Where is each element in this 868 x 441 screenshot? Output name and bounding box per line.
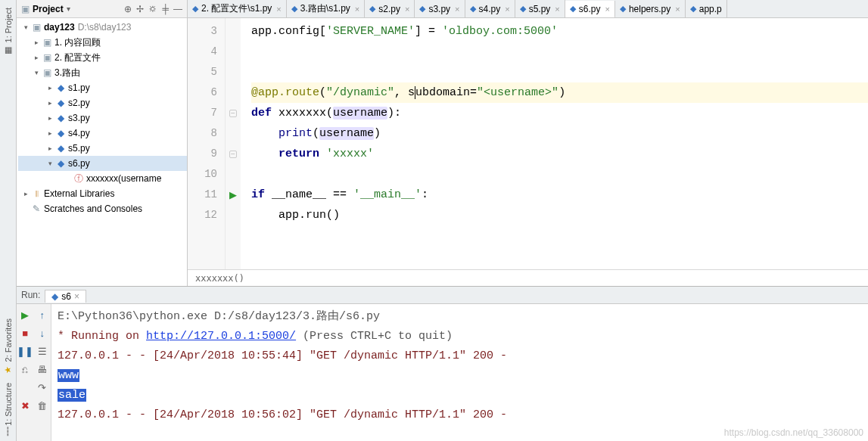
line-number-gutter: 3456789101112 (188, 18, 226, 269)
python-icon: ◆ (470, 4, 476, 14)
project-panel-header: ▣ Project ▾ ⊕ ✢ ⛭ ╪ — (17, 0, 187, 18)
tree-function[interactable]: ⓕxxxxxxx(username (18, 171, 187, 186)
tree-folder[interactable]: ▸▣2. 配置文件 (18, 50, 187, 65)
tree-file[interactable]: ▸◆s1.py (18, 80, 187, 95)
pause-button[interactable]: ❚❚ (17, 342, 34, 360)
close-icon[interactable]: × (603, 5, 609, 14)
editor-body[interactable]: 3456789101112 − − ▶ app.config['SERVER_N… (188, 18, 868, 269)
python-icon: ◆ (192, 4, 198, 14)
close-icon[interactable]: × (275, 5, 281, 14)
close-icon[interactable]: × (553, 5, 559, 14)
minimize-icon[interactable]: — (173, 4, 182, 14)
settings-icon[interactable]: ⛭ (148, 4, 157, 14)
project-tool-tab[interactable]: ▦1: Project (2, 3, 14, 59)
stop-button[interactable]: ■ (17, 324, 34, 342)
project-tree[interactable]: ▾▣ day123 D:\s8\day123 ▸▣1. 内容回顾 ▸▣2. 配置… (17, 18, 187, 286)
console-output: sale (58, 386, 862, 405)
fold-icon[interactable]: − (229, 151, 237, 158)
scroll-from-source-icon[interactable]: ✢ (136, 4, 144, 14)
run-console[interactable]: E:\Python36\python.exe D:/s8/day123/3.路由… (51, 304, 868, 441)
run-panel: Run: ◆ s6 × ▶ ↑ ■ ↓ ❚❚ ☰ ⎌ 🖶 ↷ ✖ 🗑 (17, 286, 868, 441)
console-output: www (58, 366, 862, 386)
tree-scratches[interactable]: ✎Scratches and Consoles (18, 201, 187, 216)
close-icon[interactable]: × (453, 5, 459, 14)
close-icon[interactable]: × (674, 5, 680, 14)
tree-file[interactable]: ▸◆s3.py (18, 110, 187, 126)
scroll-to-end-button[interactable]: ⎌ (17, 360, 34, 378)
run-toolbar: ▶ ↑ ■ ↓ ❚❚ ☰ ⎌ 🖶 ↷ ✖ 🗑 (17, 304, 51, 441)
tree-external-libraries[interactable]: ▸⫴External Libraries (18, 186, 187, 201)
console-command: E:\Python36\python.exe D:/s8/day123/3.路由… (58, 307, 862, 327)
console-line: * Running on (58, 330, 146, 343)
up-stack-button[interactable]: ↑ (34, 306, 51, 324)
watermark: https://blog.csdn.net/qq_33608000 (724, 427, 863, 438)
python-icon: ◆ (520, 4, 526, 14)
left-tool-strip: ▦1: Project ★2: Favorites ┇1: Structure (0, 0, 17, 441)
folder-icon: ▣ (21, 4, 30, 14)
close-icon[interactable]: × (353, 5, 359, 14)
breadcrumb[interactable]: xxxxxxx() (188, 269, 868, 286)
close-icon[interactable]: × (403, 5, 409, 14)
soft-wrap-button[interactable]: ☰ (34, 342, 51, 360)
editor-tab-active[interactable]: ◆s6.py× (565, 1, 615, 18)
code-editor[interactable]: app.config['SERVER_NAME'] = 'oldboy.com:… (241, 18, 868, 269)
python-icon: ◆ (419, 4, 425, 14)
project-panel: ▣ Project ▾ ⊕ ✢ ⛭ ╪ — ▾▣ day123 D:\s8\da… (17, 0, 188, 286)
editor-tab[interactable]: ◆3.路由\s1.py× (287, 0, 365, 17)
close-icon[interactable]: × (503, 5, 509, 14)
python-icon: ◆ (570, 4, 576, 14)
run-gutter: − − ▶ (226, 18, 241, 269)
editor-tab[interactable]: ◆2. 配置文件\s1.py× (188, 0, 287, 17)
python-icon: ◆ (369, 4, 375, 14)
close-icon[interactable]: × (74, 291, 79, 302)
tree-file[interactable]: ▸◆s2.py (18, 95, 187, 110)
export-button[interactable]: ↷ (34, 378, 51, 396)
tree-file[interactable]: ▸◆s4.py (18, 126, 187, 141)
trash-button[interactable]: 🗑 (34, 396, 51, 415)
tree-file[interactable]: ▸◆s5.py (18, 141, 187, 156)
structure-tool-tab[interactable]: ┇1: Structure (2, 378, 14, 438)
down-stack-button[interactable]: ↓ (34, 324, 51, 342)
run-panel-title: Run: (21, 290, 40, 300)
run-config-tab[interactable]: ◆ s6 × (45, 290, 86, 303)
dropdown-icon[interactable]: ▾ (67, 5, 70, 13)
console-log: 127.0.0.1 - - [24/Apr/2018 10:56:02] "GE… (58, 405, 862, 425)
favorites-tool-tab[interactable]: ★2: Favorites (2, 314, 14, 378)
editor-tab[interactable]: ◆s4.py× (465, 0, 515, 17)
editor-area: ◆2. 配置文件\s1.py× ◆3.路由\s1.py× ◆s2.py× ◆s3… (188, 0, 868, 286)
project-panel-title: Project (33, 4, 64, 14)
console-log: 127.0.0.1 - - [24/Apr/2018 10:55:44] "GE… (58, 346, 862, 366)
editor-tab[interactable]: ◆s5.py× (515, 0, 565, 17)
rerun-button[interactable]: ▶ (17, 306, 34, 324)
run-line-icon[interactable]: ▶ (229, 189, 237, 200)
fold-icon[interactable]: − (229, 110, 237, 117)
print-button[interactable]: 🖶 (34, 360, 51, 378)
editor-tabs: ◆2. 配置文件\s1.py× ◆3.路由\s1.py× ◆s2.py× ◆s3… (188, 0, 868, 18)
tree-root[interactable]: ▾▣ day123 D:\s8\day123 (18, 20, 187, 35)
tree-folder[interactable]: ▾▣3.路由 (18, 65, 187, 80)
python-icon: ◆ (620, 4, 626, 14)
editor-tab[interactable]: ◆app.p (686, 0, 727, 17)
python-icon: ◆ (291, 4, 297, 14)
hide-panel-icon[interactable]: ╪ (162, 4, 169, 14)
tree-file-selected[interactable]: ▾◆s6.py (18, 156, 187, 171)
editor-tab[interactable]: ◆helpers.py× (615, 0, 686, 17)
editor-tab[interactable]: ◆s2.py× (365, 0, 415, 17)
python-icon: ◆ (51, 291, 58, 302)
collapse-all-icon[interactable]: ⊕ (124, 4, 132, 14)
close-run-button[interactable]: ✖ (17, 396, 34, 415)
tree-folder[interactable]: ▸▣1. 内容回顾 (18, 35, 187, 50)
editor-tab[interactable]: ◆s3.py× (415, 0, 465, 17)
python-icon: ◆ (690, 4, 696, 14)
console-link[interactable]: http://127.0.0.1:5000/ (146, 330, 296, 343)
